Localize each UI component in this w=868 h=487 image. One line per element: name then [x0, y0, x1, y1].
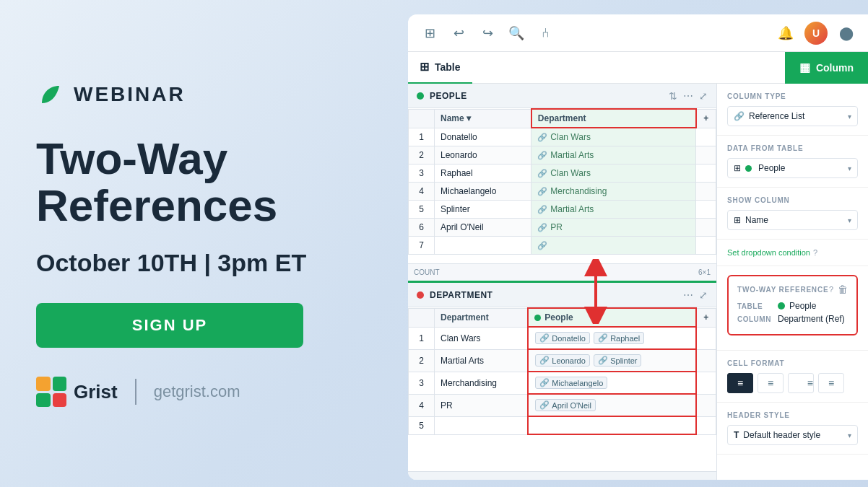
search-icon[interactable]: 🔍	[506, 23, 526, 43]
two-way-table-val: People	[789, 301, 816, 311]
table-row: 3 Raphael 🔗 Clan Wars	[409, 164, 716, 183]
col-settings-panel: COLUMN TYPE 🔗 Reference List ▾ DATA FROM…	[716, 84, 868, 480]
people-table-section: PEOPLE ⇅ ⋯ ⤢ Name ▾	[408, 84, 716, 281]
dept-table-row: 2 Martial Arts 🔗 Leonardo 🔗 Splinter	[409, 349, 716, 372]
two-way-header: TWO-WAY REFERENCE ? 🗑	[737, 284, 848, 295]
tab-column[interactable]: ▦ Column	[785, 52, 868, 84]
dept-table-row: 3 Merchandising 🔗 Michaelangelo	[409, 372, 716, 394]
dept-add-col-btn[interactable]: +	[696, 308, 716, 327]
table-icon: ⊞	[420, 60, 429, 74]
dept-cell-people-5[interactable]	[528, 416, 695, 434]
show-col-select[interactable]: ⊞ Name ▾	[727, 210, 858, 230]
dept-sort-icon[interactable]: ⋯	[683, 289, 693, 301]
tab-table-label: Table	[435, 61, 461, 73]
resize-icon[interactable]: ⤢	[699, 90, 708, 102]
dept-row-num-1: 1	[409, 327, 435, 349]
reflist-icon: 🔗	[734, 111, 745, 121]
cell-dept-1[interactable]: 🔗 Clan Wars	[531, 128, 696, 146]
cell-dept-2[interactable]: 🔗 Martial Arts	[531, 146, 696, 164]
dept-table-row: 4 PR 🔗 April O'Neil	[409, 394, 716, 416]
show-col-icon: ⊞	[734, 215, 741, 225]
dept-extra-5	[696, 416, 716, 434]
two-way-table-row: TABLE People	[737, 301, 848, 311]
format-center-btn[interactable]: ≡	[758, 373, 784, 393]
bell-icon[interactable]: 🔔	[776, 23, 796, 43]
people-header-icons: ⇅ ⋯ ⤢	[669, 90, 708, 102]
filter-icon[interactable]: ⋯	[683, 90, 693, 102]
dept-row-num-2: 2	[409, 349, 435, 372]
format-justify-btn[interactable]: ≡	[818, 373, 844, 393]
two-way-table-key: TABLE	[737, 302, 773, 310]
dept-extra-1	[696, 327, 716, 349]
cell-empty-1	[696, 128, 716, 146]
header-style-select[interactable]: T Default header style ▾	[727, 425, 858, 445]
col-type-val: 🔗 Reference List	[734, 111, 804, 121]
two-way-delete-icon[interactable]: 🗑	[838, 284, 848, 295]
people-dot	[417, 92, 424, 100]
cell-dept-7[interactable]: 🔗	[531, 237, 696, 255]
table-row: 6 April O'Neil 🔗 PR	[409, 219, 716, 237]
dept-resize-icon[interactable]: ⤢	[699, 289, 708, 301]
dept-cell-people-3[interactable]: 🔗 Michaelangelo	[528, 372, 695, 394]
cell-dept-4[interactable]: 🔗 Merchandising	[531, 183, 696, 201]
cell-empty-7	[696, 237, 716, 255]
format-right-btn[interactable]: ≡	[788, 373, 814, 393]
header-style-chevron: ▾	[848, 431, 851, 439]
col-type-select[interactable]: 🔗 Reference List ▾	[727, 106, 858, 126]
dept-grid: Department People +	[408, 307, 716, 471]
brand-divider	[135, 379, 136, 405]
cell-name-1: Donatello	[435, 128, 531, 146]
two-way-help[interactable]: ?	[829, 285, 833, 294]
data-from-icon: ⊞	[734, 163, 741, 173]
row-num-2: 2	[409, 146, 435, 164]
layers-icon[interactable]: ⊞	[420, 23, 440, 43]
grist-leaf-icon	[36, 80, 65, 109]
cell-empty-3	[696, 164, 716, 183]
dept-row-num-3: 3	[409, 372, 435, 394]
row-num-5: 5	[409, 201, 435, 219]
col-name-header: Name ▾	[435, 109, 531, 128]
col-rownum-header	[409, 109, 435, 128]
redo-icon[interactable]: ↪	[477, 23, 498, 43]
dept-col-dept-header: Department	[435, 308, 529, 327]
data-from-section: DATA FROM TABLE ⊞ People ▾	[717, 136, 868, 188]
dept-scroll[interactable]	[408, 471, 716, 480]
dept-cell-people-4[interactable]: 🔗 April O'Neil	[528, 394, 695, 416]
import-icon[interactable]: ⬤	[836, 23, 856, 43]
cell-format-row: ≡ ≡ ≡ ≡	[727, 373, 858, 393]
row-num-3: 3	[409, 164, 435, 183]
tab-table[interactable]: ⊞ Table	[408, 52, 472, 84]
data-from-select[interactable]: ⊞ People ▾	[727, 158, 858, 178]
table-row: 2 Leonardo 🔗 Martial Arts	[409, 146, 716, 164]
undo-icon[interactable]: ↩	[448, 23, 469, 43]
dept-dot	[417, 291, 424, 299]
getgrist-url: getgrist.com	[154, 382, 240, 401]
grist-name-label: Grist	[74, 381, 118, 403]
cell-empty-5	[696, 201, 716, 219]
count-row: COUNT 6×1	[408, 263, 716, 281]
cell-format-label: CELL FORMAT	[727, 359, 858, 367]
left-panel: WEBINAR Two-Way References October 10TH …	[0, 0, 408, 487]
row-num-6: 6	[409, 219, 435, 237]
set-dropdown-link[interactable]: Set dropdown condition ?	[727, 248, 858, 257]
dept-col-rownum	[409, 308, 435, 327]
cell-empty-2	[696, 146, 716, 164]
signup-button[interactable]: SIGN UP	[36, 303, 303, 348]
cell-name-6: April O'Neil	[435, 219, 531, 237]
share-icon[interactable]: ⑃	[535, 23, 555, 43]
show-col-val: ⊞ Name	[734, 215, 768, 225]
dept-cell-people-2[interactable]: 🔗 Leonardo 🔗 Splinter	[528, 349, 695, 372]
avatar[interactable]: U	[804, 22, 828, 45]
dept-cell-name-3: Merchandising	[435, 372, 529, 394]
cell-dept-5[interactable]: 🔗 Martial Arts	[531, 201, 696, 219]
cell-dept-3[interactable]: 🔗 Clan Wars	[531, 164, 696, 183]
add-col-btn[interactable]: +	[696, 109, 716, 128]
table-row: 1 Donatello 🔗 Clan Wars	[409, 128, 716, 146]
dept-cell-name-5	[435, 416, 529, 434]
sort-icon[interactable]: ⇅	[669, 90, 677, 102]
dept-cell-people-1[interactable]: 🔗 Donatello 🔗 Raphael	[528, 327, 695, 349]
header-style-icon: T	[734, 430, 739, 440]
cell-dept-6[interactable]: 🔗 PR	[531, 219, 696, 237]
format-left-btn[interactable]: ≡	[727, 373, 753, 393]
two-way-reference-box: TWO-WAY REFERENCE ? 🗑 TABLE People	[727, 275, 858, 335]
